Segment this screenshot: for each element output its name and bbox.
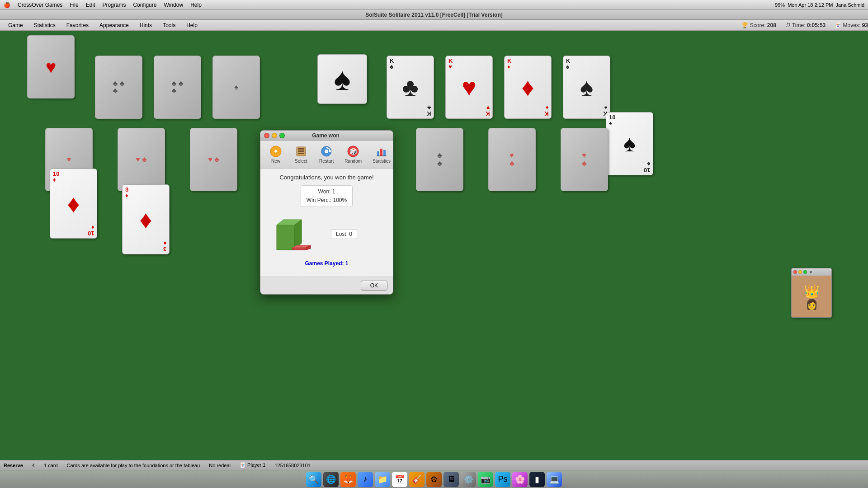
svg-marker-18 [292, 248, 306, 250]
time-label: ⏱ Time: 0:05:53 [785, 22, 826, 28]
battery-status: 99% [775, 2, 785, 8]
mini-min[interactable] [798, 270, 802, 274]
statistics-menu[interactable]: Statistics [29, 21, 60, 29]
datetime-display: Mon Apr 18 2:12 PM [788, 2, 833, 8]
won-text: Won: 1 [307, 188, 347, 196]
restart-icon [319, 145, 334, 158]
mini-max[interactable] [803, 270, 807, 274]
new-button[interactable]: ✦ New [264, 143, 288, 165]
dock-dashboard[interactable]: 🌐 [323, 472, 339, 487]
statistics-label: Statistics [373, 159, 391, 164]
svg-rect-4 [298, 150, 304, 152]
mini-image: 👑 👩 [804, 284, 820, 310]
card-row2-3[interactable]: ♥ ♣ [190, 128, 237, 191]
appearance-menu[interactable]: Appearance [95, 21, 133, 29]
moves-label: 🃏 Moves: 93 [835, 22, 868, 28]
apple-menu[interactable]: 🍎 [0, 1, 14, 9]
dock-photoshop[interactable]: Ps [495, 472, 510, 487]
dialog-titlebar: Game won [260, 131, 393, 141]
card-10-diamonds[interactable]: 10♦ ♦ 10♦ [50, 169, 97, 239]
svg-text:🎲: 🎲 [349, 148, 358, 155]
new-icon: ✦ [269, 145, 283, 158]
maximize-button[interactable] [279, 133, 285, 138]
svg-rect-12 [380, 149, 382, 156]
card-top-left-1[interactable]: ♥ [27, 35, 75, 99]
favorites-menu[interactable]: Favorites [62, 21, 93, 29]
card-row1-2[interactable]: ♣ ♣♣ [154, 56, 201, 119]
restart-button[interactable]: Restart [315, 143, 338, 165]
random-label: Random [344, 159, 362, 164]
lost-text: Lost: 0 [336, 231, 352, 237]
help-menu-app[interactable]: Help [182, 21, 202, 29]
dock-crossover[interactable]: ⚙ [426, 472, 442, 487]
ok-button[interactable]: OK [361, 281, 387, 291]
window-menu[interactable]: Window [160, 1, 187, 9]
dock-camino[interactable]: 🌸 [512, 472, 528, 487]
card-row1-3[interactable]: ♠ [212, 56, 260, 119]
select-label: Select [295, 159, 307, 164]
dock-terminal[interactable]: ▮ [529, 472, 545, 487]
dialog-body: Congratulations, you won the game! Won: … [260, 169, 393, 277]
dock-vmware[interactable]: 🖥 [443, 472, 459, 487]
close-button[interactable] [264, 133, 269, 138]
programs-menu[interactable]: Programs [99, 1, 129, 9]
dock: 🔍 🌐 🦊 ♪ 📁 📅 🎸 ⚙ 🖥 ⚙️ 📷 Ps 🌸 ▮ 💻 [0, 470, 868, 488]
foundation-king-spades[interactable]: K♠ ♠ K♠ [563, 56, 610, 119]
svg-rect-3 [298, 148, 304, 150]
configure-menu[interactable]: Configure [129, 1, 160, 9]
big-spade-card: ♠ [317, 54, 367, 104]
lost-box: Lost: 0 [331, 229, 357, 239]
svg-point-8 [325, 150, 328, 153]
username-display: Jana Schmid [835, 2, 864, 8]
status-bar: Reserve 4 1 card Cards are available for… [0, 460, 868, 470]
dock-itunes[interactable]: ♪ [358, 472, 373, 487]
tools-menu[interactable]: Tools [158, 21, 180, 29]
mini-x[interactable]: ✕ [809, 270, 812, 274]
card-row2-4[interactable]: ♣♣ [416, 128, 463, 191]
select-icon [294, 145, 308, 158]
select-button[interactable]: Select [289, 143, 313, 165]
card-3-diamonds[interactable]: 3♦ ♦ 3♦ [122, 184, 170, 254]
stats-box: Won: 1 Win Perc.: 100% [301, 185, 353, 207]
game-menu[interactable]: Game [4, 21, 28, 29]
traffic-lights [264, 133, 285, 138]
bar-chart-3d [268, 211, 322, 257]
dock-finder[interactable]: 🔍 [306, 472, 321, 487]
edit-menu[interactable]: Edit [82, 1, 99, 9]
statistics-button[interactable]: Statistics [368, 143, 393, 165]
redeal-status: No redeal [209, 463, 231, 468]
file-menu[interactable]: File [66, 1, 82, 9]
app-name-menu[interactable]: CrossOver Games [14, 1, 66, 9]
window-title: SolSuite Solitaire 2011 v11.0 [FreeCell]… [365, 12, 502, 18]
help-menu[interactable]: Help [187, 1, 205, 9]
minimize-button[interactable] [272, 133, 277, 138]
menu-bar-left: 🍎 CrossOver Games File Edit Programs Con… [0, 1, 205, 9]
game-won-dialog: Game won ✦ New [260, 130, 393, 295]
card-row1-1[interactable]: ♣ ♣♣ [95, 56, 142, 119]
random-button[interactable]: 🎲 Random [340, 143, 366, 165]
dock-iphoto[interactable]: 📷 [478, 472, 493, 487]
foundation-king-hearts[interactable]: K♥ ♥ K♥ [445, 56, 493, 119]
foundation-king-diamonds[interactable]: K♦ ♦ K♦ [504, 56, 552, 119]
score-info: 🏆 Score: 208 ⏱ Time: 0:05:53 🃏 Moves: 93 [741, 22, 868, 28]
hints-menu[interactable]: Hints [135, 21, 156, 29]
card-10-spades[interactable]: 10♠ ♠ 10♠ [606, 112, 653, 175]
dock-system-prefs[interactable]: ⚙️ [461, 472, 476, 487]
player-name: 🃏 Player 1 [240, 462, 265, 468]
mini-window-bar: ✕ [792, 268, 831, 276]
statistics-icon [374, 145, 389, 158]
restart-label: Restart [319, 159, 334, 164]
dock-folder[interactable]: 📁 [375, 472, 390, 487]
svg-marker-15 [277, 225, 295, 250]
foundation-king-clubs[interactable]: K♣ ♣ K♣ [387, 56, 434, 119]
dock-firefox[interactable]: 🦊 [340, 472, 356, 487]
dock-ical[interactable]: 📅 [392, 472, 407, 487]
reserve-count: 4 [32, 463, 35, 468]
card-row2-2[interactable]: ♥ ♣ [118, 128, 165, 191]
dock-finder-2[interactable]: 💻 [547, 472, 562, 487]
card-row2-6[interactable]: ♥♣ [561, 128, 608, 191]
svg-rect-5 [298, 153, 304, 154]
card-row2-5[interactable]: ♥♣ [488, 128, 536, 191]
dock-garageband[interactable]: 🎸 [409, 472, 425, 487]
mini-close[interactable] [793, 270, 797, 274]
